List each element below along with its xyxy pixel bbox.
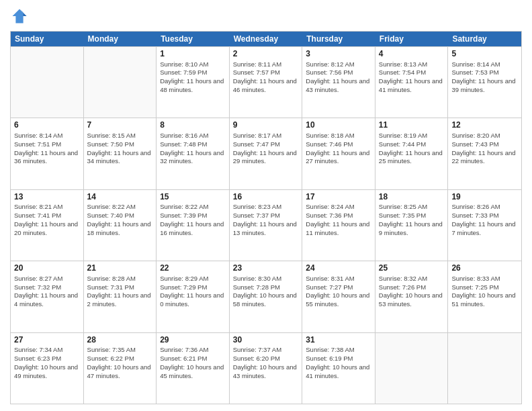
day-info: Sunrise: 7:37 AM Sunset: 6:20 PM Dayligh… <box>233 346 299 380</box>
day-info: Sunrise: 8:22 AM Sunset: 7:39 PM Dayligh… <box>160 203 226 237</box>
day-number: 9 <box>233 120 299 131</box>
day-cell-23: 23Sunrise: 8:30 AM Sunset: 7:28 PM Dayli… <box>230 261 303 332</box>
day-number: 2 <box>233 49 299 60</box>
day-info: Sunrise: 8:13 AM Sunset: 7:54 PM Dayligh… <box>379 60 445 95</box>
day-info: Sunrise: 8:24 AM Sunset: 7:36 PM Dayligh… <box>306 203 371 237</box>
day-info: Sunrise: 8:20 AM Sunset: 7:43 PM Dayligh… <box>451 132 518 166</box>
day-number: 30 <box>233 335 299 346</box>
day-info: Sunrise: 8:17 AM Sunset: 7:47 PM Dayligh… <box>233 132 299 166</box>
day-cell-14: 14Sunrise: 8:22 AM Sunset: 7:40 PM Dayli… <box>84 190 157 261</box>
day-number: 1 <box>160 49 226 60</box>
header-day-wednesday: Wednesday <box>230 32 303 46</box>
day-cell-5: 5Sunrise: 8:14 AM Sunset: 7:53 PM Daylig… <box>448 47 521 118</box>
day-info: Sunrise: 8:27 AM Sunset: 7:32 PM Dayligh… <box>14 275 80 309</box>
day-info: Sunrise: 8:22 AM Sunset: 7:40 PM Dayligh… <box>87 203 153 237</box>
day-number: 19 <box>451 192 518 203</box>
day-info: Sunrise: 8:21 AM Sunset: 7:41 PM Dayligh… <box>14 203 80 237</box>
day-cell-27: 27Sunrise: 7:34 AM Sunset: 6:23 PM Dayli… <box>11 333 84 404</box>
week-row-5: 27Sunrise: 7:34 AM Sunset: 6:23 PM Dayli… <box>11 332 521 404</box>
day-number: 26 <box>451 263 518 274</box>
day-number: 8 <box>160 120 226 131</box>
empty-cell <box>84 47 157 118</box>
day-info: Sunrise: 8:31 AM Sunset: 7:27 PM Dayligh… <box>306 275 371 309</box>
day-cell-11: 11Sunrise: 8:19 AM Sunset: 7:44 PM Dayli… <box>375 118 449 189</box>
day-number: 15 <box>160 192 226 203</box>
day-info: Sunrise: 8:15 AM Sunset: 7:50 PM Dayligh… <box>87 132 153 166</box>
week-row-3: 13Sunrise: 8:21 AM Sunset: 7:41 PM Dayli… <box>11 189 521 261</box>
day-info: Sunrise: 8:18 AM Sunset: 7:46 PM Dayligh… <box>306 132 371 166</box>
day-number: 3 <box>306 49 371 60</box>
calendar-header: SundayMondayTuesdayWednesdayThursdayFrid… <box>11 32 521 46</box>
day-number: 7 <box>87 120 153 131</box>
day-info: Sunrise: 7:34 AM Sunset: 6:23 PM Dayligh… <box>14 346 80 380</box>
header-day-saturday: Saturday <box>448 32 521 46</box>
day-cell-15: 15Sunrise: 8:22 AM Sunset: 7:39 PM Dayli… <box>157 190 230 261</box>
week-row-1: 1Sunrise: 8:10 AM Sunset: 7:59 PM Daylig… <box>11 46 521 118</box>
day-number: 11 <box>379 120 445 131</box>
day-cell-7: 7Sunrise: 8:15 AM Sunset: 7:50 PM Daylig… <box>84 118 157 189</box>
day-cell-1: 1Sunrise: 8:10 AM Sunset: 7:59 PM Daylig… <box>157 47 230 118</box>
logo <box>10 7 32 26</box>
day-number: 18 <box>379 192 445 203</box>
day-cell-13: 13Sunrise: 8:21 AM Sunset: 7:41 PM Dayli… <box>11 190 84 261</box>
day-info: Sunrise: 8:14 AM Sunset: 7:51 PM Dayligh… <box>14 132 80 166</box>
header-day-friday: Friday <box>375 32 449 46</box>
day-info: Sunrise: 8:23 AM Sunset: 7:37 PM Dayligh… <box>233 203 299 237</box>
header-day-sunday: Sunday <box>11 32 84 46</box>
header-day-monday: Monday <box>84 32 157 46</box>
day-number: 6 <box>14 120 80 131</box>
day-number: 16 <box>233 192 299 203</box>
day-cell-10: 10Sunrise: 8:18 AM Sunset: 7:46 PM Dayli… <box>302 118 375 189</box>
day-info: Sunrise: 8:29 AM Sunset: 7:29 PM Dayligh… <box>160 275 226 309</box>
day-number: 14 <box>87 192 153 203</box>
day-cell-22: 22Sunrise: 8:29 AM Sunset: 7:29 PM Dayli… <box>157 261 230 332</box>
day-cell-12: 12Sunrise: 8:20 AM Sunset: 7:43 PM Dayli… <box>448 118 521 189</box>
day-number: 12 <box>451 120 518 131</box>
day-info: Sunrise: 8:26 AM Sunset: 7:33 PM Dayligh… <box>451 203 518 237</box>
day-number: 20 <box>14 263 80 274</box>
day-cell-6: 6Sunrise: 8:14 AM Sunset: 7:51 PM Daylig… <box>11 118 84 189</box>
day-info: Sunrise: 8:10 AM Sunset: 7:59 PM Dayligh… <box>160 60 226 95</box>
day-number: 22 <box>160 263 226 274</box>
day-number: 31 <box>306 335 371 346</box>
day-number: 13 <box>14 192 80 203</box>
day-cell-17: 17Sunrise: 8:24 AM Sunset: 7:36 PM Dayli… <box>302 190 375 261</box>
header <box>10 7 522 26</box>
day-number: 23 <box>233 263 299 274</box>
day-info: Sunrise: 8:30 AM Sunset: 7:28 PM Dayligh… <box>233 275 299 309</box>
empty-cell <box>11 47 84 118</box>
day-cell-19: 19Sunrise: 8:26 AM Sunset: 7:33 PM Dayli… <box>448 190 521 261</box>
day-info: Sunrise: 8:32 AM Sunset: 7:26 PM Dayligh… <box>379 275 445 309</box>
day-number: 27 <box>14 335 80 346</box>
page: SundayMondayTuesdayWednesdayThursdayFrid… <box>0 0 532 411</box>
day-cell-2: 2Sunrise: 8:11 AM Sunset: 7:57 PM Daylig… <box>230 47 303 118</box>
day-info: Sunrise: 8:33 AM Sunset: 7:25 PM Dayligh… <box>451 275 518 309</box>
day-cell-18: 18Sunrise: 8:25 AM Sunset: 7:35 PM Dayli… <box>375 190 449 261</box>
day-cell-4: 4Sunrise: 8:13 AM Sunset: 7:54 PM Daylig… <box>375 47 449 118</box>
week-row-2: 6Sunrise: 8:14 AM Sunset: 7:51 PM Daylig… <box>11 118 521 189</box>
day-number: 25 <box>379 263 445 274</box>
day-info: Sunrise: 8:25 AM Sunset: 7:35 PM Dayligh… <box>379 203 445 237</box>
day-number: 10 <box>306 120 371 131</box>
day-cell-8: 8Sunrise: 8:16 AM Sunset: 7:48 PM Daylig… <box>157 118 230 189</box>
day-number: 5 <box>451 49 518 60</box>
day-cell-16: 16Sunrise: 8:23 AM Sunset: 7:37 PM Dayli… <box>230 190 303 261</box>
empty-cell <box>448 333 521 404</box>
week-row-4: 20Sunrise: 8:27 AM Sunset: 7:32 PM Dayli… <box>11 261 521 332</box>
day-info: Sunrise: 8:19 AM Sunset: 7:44 PM Dayligh… <box>379 132 445 166</box>
day-cell-25: 25Sunrise: 8:32 AM Sunset: 7:26 PM Dayli… <box>375 261 449 332</box>
calendar-body: 1Sunrise: 8:10 AM Sunset: 7:59 PM Daylig… <box>11 46 521 404</box>
day-cell-30: 30Sunrise: 7:37 AM Sunset: 6:20 PM Dayli… <box>230 333 303 404</box>
day-cell-20: 20Sunrise: 8:27 AM Sunset: 7:32 PM Dayli… <box>11 261 84 332</box>
day-number: 24 <box>306 263 371 274</box>
logo-icon <box>10 7 29 26</box>
day-cell-21: 21Sunrise: 8:28 AM Sunset: 7:31 PM Dayli… <box>84 261 157 332</box>
day-number: 17 <box>306 192 371 203</box>
day-cell-26: 26Sunrise: 8:33 AM Sunset: 7:25 PM Dayli… <box>448 261 521 332</box>
day-info: Sunrise: 7:38 AM Sunset: 6:19 PM Dayligh… <box>306 346 371 380</box>
day-info: Sunrise: 7:36 AM Sunset: 6:21 PM Dayligh… <box>160 346 226 380</box>
day-info: Sunrise: 8:28 AM Sunset: 7:31 PM Dayligh… <box>87 275 153 309</box>
empty-cell <box>375 333 449 404</box>
day-cell-29: 29Sunrise: 7:36 AM Sunset: 6:21 PM Dayli… <box>157 333 230 404</box>
day-number: 28 <box>87 335 153 346</box>
